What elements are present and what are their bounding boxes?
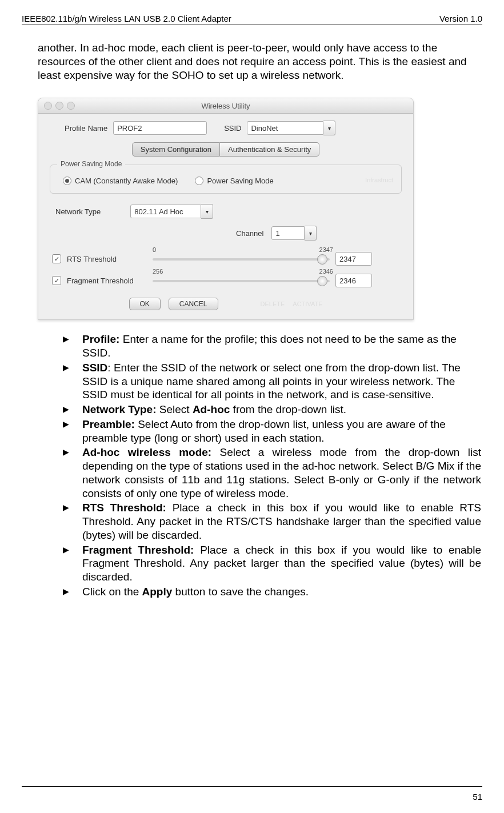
ssid-label: SSID [224, 124, 241, 133]
power-saving-mode-title: Power Saving Mode [57, 160, 125, 168]
cancel-button[interactable]: CANCEL [169, 298, 218, 310]
radio-dot-icon [195, 177, 203, 185]
bullet-rest2: from the drop-down list. [230, 403, 346, 415]
bullet-bold: RTS Threshold: [82, 502, 166, 514]
fragment-threshold-slider[interactable]: 256 2346 [153, 275, 330, 286]
bullet-icon: ▶ [63, 333, 82, 360]
header-left: IEEE802.11b/g/n Wireless LAN USB 2.0 Cli… [22, 14, 231, 23]
fragment-threshold-value[interactable]: 2346 [335, 274, 372, 287]
network-type-select[interactable]: 802.11 Ad Hoc [130, 205, 201, 218]
channel-select[interactable]: 1 [271, 226, 305, 240]
bullet-rest: : Enter the SSID of the network or selec… [82, 362, 461, 401]
radio-dot-icon [63, 177, 71, 185]
ssid-dropdown-button[interactable]: ▾ [323, 121, 335, 135]
bullet-rest: Select [157, 403, 193, 415]
bullet-rest: Select Auto from the drop-down list, unl… [82, 418, 446, 444]
bullet-icon: ▶ [63, 446, 82, 500]
list-item: ▶ RTS Threshold: Place a check in this b… [63, 501, 481, 542]
list-item: ▶ Preamble: Select Auto from the drop-do… [63, 418, 481, 445]
list-item: ▶ Click on the Apply button to save the … [63, 585, 481, 599]
ghost-text: Infrastruct [365, 177, 393, 185]
tab-authentication-security[interactable]: Authentication & Security [220, 142, 319, 157]
list-item: ▶ Ad-hoc wireless mode: Select a wireles… [63, 446, 481, 500]
ssid-input[interactable]: DinoNet [247, 121, 323, 135]
bullet-icon: ▶ [63, 501, 82, 542]
channel-label: Channel [236, 229, 263, 238]
bullet-bold: Preamble: [82, 418, 135, 430]
bullet-icon: ▶ [63, 543, 82, 584]
bullet-icon: ▶ [63, 403, 82, 416]
list-item: ▶ Profile: Enter a name for the profile;… [63, 333, 481, 360]
list-item: ▶ Fragment Threshold: Place a check in t… [63, 543, 481, 584]
power-saving-mode-group: Power Saving Mode CAM (Constantly Awake … [50, 165, 402, 194]
bullet-bold: Network Type: [82, 403, 157, 415]
bullet-icon: ▶ [63, 418, 82, 445]
fragment-threshold-checkbox[interactable]: ✓ [52, 276, 61, 285]
bullet-list: ▶ Profile: Enter a name for the profile;… [63, 333, 481, 598]
frag-min-label: 256 [153, 268, 163, 275]
ok-button[interactable]: OK [129, 298, 161, 310]
rts-threshold-checkbox[interactable]: ✓ [52, 254, 61, 263]
ghost-activate: ACTIVATE [293, 301, 322, 307]
rts-min-label: 0 [153, 246, 156, 253]
tab-system-configuration[interactable]: System Configuration [132, 142, 220, 157]
radio-power-saving[interactable]: Power Saving Mode [195, 177, 273, 185]
intro-paragraph: another. In ad-hoc mode, each client is … [38, 41, 482, 82]
bullet-bold2: Ad-hoc [193, 403, 230, 415]
page-number: 51 [473, 792, 482, 802]
channel-dropdown-button[interactable]: ▾ [305, 226, 317, 241]
bullet-bold: Profile: [82, 333, 119, 345]
bullet-bold: Apply [142, 586, 173, 598]
header-rule [22, 25, 482, 25]
bullet-rest: Enter a name for the profile; this does … [82, 333, 457, 359]
bullet-bold: Fragment Threshold: [82, 544, 194, 556]
slider-thumb-icon[interactable] [317, 254, 327, 265]
window-titlebar: Wireless Utility [38, 98, 413, 114]
ghost-delete: DELETE [261, 301, 285, 307]
frag-max-label: 2346 [319, 268, 333, 275]
bullet-plain: Click on the [82, 586, 142, 598]
wireless-utility-window: Wireless Utility Profile Name PROF2 SSID… [38, 98, 414, 320]
rts-max-label: 2347 [319, 246, 333, 253]
slider-thumb-icon[interactable] [317, 276, 327, 286]
rts-threshold-value[interactable]: 2347 [335, 252, 372, 266]
profile-name-input[interactable]: PROF2 [113, 121, 207, 135]
header-right: Version 1.0 [439, 14, 482, 23]
window-title: Wireless Utility [38, 102, 413, 110]
network-type-label: Network Type [55, 207, 101, 216]
bullet-bold: Ad-hoc wireless mode: [82, 446, 211, 458]
radio-cam-label: CAM (Constantly Awake Mode) [75, 177, 178, 185]
bullet-bold: SSID [82, 362, 107, 374]
bullet-icon: ▶ [63, 585, 82, 599]
rts-threshold-label: RTS Threshold [67, 255, 147, 263]
radio-psm-label: Power Saving Mode [207, 177, 273, 185]
radio-cam[interactable]: CAM (Constantly Awake Mode) [63, 177, 178, 185]
rts-threshold-slider[interactable]: 0 2347 [153, 253, 330, 265]
network-type-dropdown-button[interactable]: ▾ [201, 204, 213, 219]
profile-name-label: Profile Name [65, 124, 107, 133]
footer-rule [22, 786, 482, 787]
bullet-icon: ▶ [63, 361, 82, 402]
list-item: ▶ SSID: Enter the SSID of the network or… [63, 361, 481, 402]
list-item: ▶ Network Type: Select Ad-hoc from the d… [63, 403, 481, 416]
fragment-threshold-label: Fragment Threshold [67, 277, 147, 285]
bullet-rest: button to save the changes. [172, 586, 309, 598]
